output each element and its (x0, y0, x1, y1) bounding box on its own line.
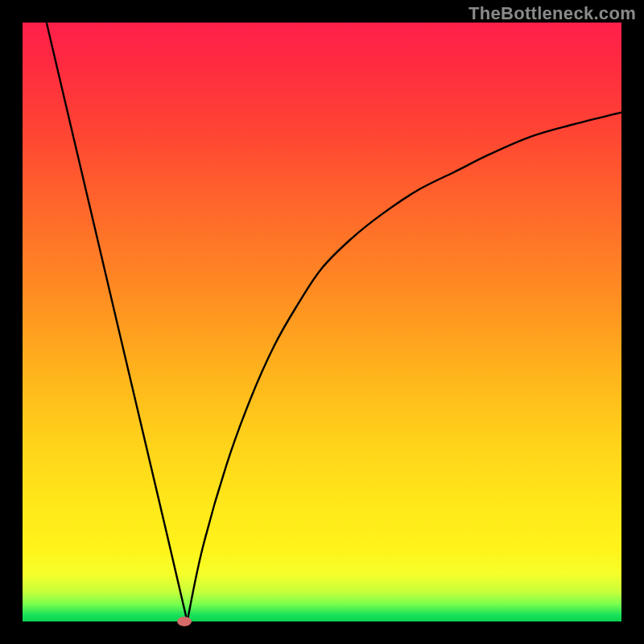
curve-left-branch (47, 23, 188, 621)
plot-area (23, 23, 621, 621)
marker-dot (177, 617, 192, 626)
curve-svg (23, 23, 621, 621)
chart-frame: TheBottleneck.com (0, 0, 644, 644)
watermark-text: TheBottleneck.com (469, 3, 636, 24)
curve-right-branch (188, 113, 621, 621)
